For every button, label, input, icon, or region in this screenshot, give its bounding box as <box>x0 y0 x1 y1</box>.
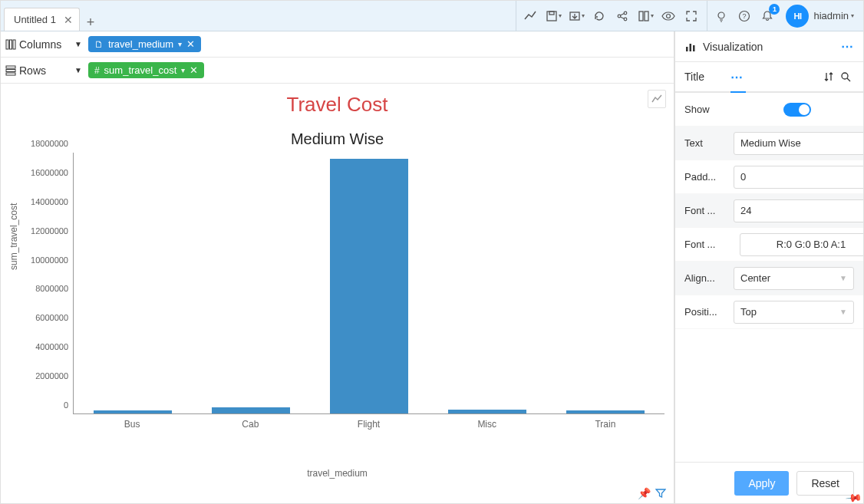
bar[interactable] <box>94 410 172 413</box>
bar[interactable] <box>566 410 645 413</box>
svg-rect-19 <box>690 44 692 51</box>
avatar[interactable]: HI <box>786 5 809 28</box>
chevron-down-icon: ▼ <box>839 274 847 282</box>
svg-rect-14 <box>13 40 15 49</box>
x-axis-label: travel_medium <box>1 468 674 479</box>
columns-shelf[interactable]: Columns ▼ 🗋 travel_medium ▾ ✕ <box>1 31 674 58</box>
columns-label: Columns <box>19 38 61 51</box>
svg-point-3 <box>618 15 622 18</box>
svg-rect-15 <box>6 66 15 68</box>
show-toggle[interactable] <box>783 103 811 117</box>
svg-point-21 <box>842 73 848 79</box>
y-tick: 10000000 <box>31 255 68 265</box>
user-menu[interactable]: hiadmin▾ <box>813 10 854 21</box>
x-tick: Misc <box>428 419 546 430</box>
chart-subtitle: Medium Wise <box>7 130 668 148</box>
y-tick: 6000000 <box>35 313 68 322</box>
chart-plot: sum_travel_cost 020000004000000600000080… <box>24 153 664 414</box>
svg-point-9 <box>718 12 724 18</box>
svg-rect-7 <box>645 12 648 21</box>
x-tick: Bus <box>73 419 191 430</box>
x-tick: Cab <box>191 419 309 430</box>
dimension-icon: 🗋 <box>94 39 104 50</box>
visualization-icon <box>684 41 697 53</box>
svg-rect-18 <box>686 47 688 51</box>
svg-text:?: ? <box>743 12 747 20</box>
rows-icon <box>5 65 16 76</box>
y-tick: 16000000 <box>31 168 68 177</box>
x-tick: Flight <box>309 419 427 430</box>
svg-rect-6 <box>639 12 643 21</box>
pill-remove-icon[interactable]: ✕ <box>186 38 195 50</box>
panel-more-icon[interactable]: ⋯ <box>841 39 854 54</box>
text-label: Text <box>684 137 727 149</box>
padding-input[interactable] <box>734 166 863 189</box>
bar[interactable] <box>330 159 408 413</box>
filter-icon[interactable] <box>655 488 666 499</box>
svg-point-5 <box>625 18 628 21</box>
svg-point-4 <box>625 12 628 15</box>
save-icon[interactable]: ▾ <box>542 5 564 27</box>
x-tick: Train <box>546 419 664 430</box>
apply-button[interactable]: Apply <box>734 471 789 496</box>
columns-caret-icon[interactable]: ▼ <box>74 40 82 48</box>
chart-title: Travel Cost <box>7 93 668 117</box>
fontcolor-label: Font ... <box>684 239 727 250</box>
document-tab[interactable]: Untitled 1 ✕ <box>4 8 80 31</box>
svg-rect-16 <box>6 69 15 71</box>
svg-rect-0 <box>547 12 556 21</box>
pill-caret-icon[interactable]: ▾ <box>178 40 182 48</box>
eye-icon[interactable] <box>658 5 679 27</box>
svg-point-8 <box>667 14 671 18</box>
align-select[interactable]: Center▼ <box>734 267 854 290</box>
position-select[interactable]: Top▼ <box>734 301 854 324</box>
pill-caret-icon[interactable]: ▾ <box>181 66 185 74</box>
measure-icon: # <box>94 65 100 76</box>
share-icon[interactable] <box>612 5 633 27</box>
pin-icon[interactable]: 📌 <box>638 487 651 499</box>
align-label: Align... <box>684 272 727 284</box>
fontsize-input[interactable] <box>734 199 863 222</box>
reset-button[interactable]: Reset <box>796 471 854 496</box>
svg-rect-1 <box>549 12 554 15</box>
close-tab-icon[interactable]: ✕ <box>64 15 73 25</box>
bell-badge: 1 <box>769 4 780 15</box>
lightbulb-icon[interactable] <box>711 5 732 27</box>
refresh-icon[interactable] <box>589 5 610 27</box>
export-icon[interactable]: ▾ <box>566 5 587 27</box>
y-tick: 18000000 <box>31 139 68 148</box>
text-input[interactable] <box>734 132 863 155</box>
help-icon[interactable]: ? <box>734 5 755 27</box>
svg-rect-17 <box>6 73 15 75</box>
show-label: Show <box>684 104 727 115</box>
bar[interactable] <box>212 407 290 413</box>
new-tab-button[interactable]: + <box>80 15 101 31</box>
layout-icon[interactable]: ▾ <box>635 5 656 27</box>
y-tick: 8000000 <box>35 284 68 293</box>
row-pill-sum-travel-cost[interactable]: # sum_travel_cost ▾ ✕ <box>88 62 204 78</box>
section-more-icon[interactable]: ⋯ <box>730 70 820 84</box>
y-tick: 0 <box>64 400 68 410</box>
padding-label: Padd... <box>684 171 727 183</box>
trend-toggle-icon[interactable] <box>648 90 666 108</box>
rows-shelf[interactable]: Rows ▼ # sum_travel_cost ▾ ✕ <box>1 58 674 84</box>
expand-icon[interactable] <box>681 5 702 27</box>
bell-icon[interactable]: 1 <box>757 5 778 27</box>
y-axis-label: sum_travel_cost <box>8 203 19 270</box>
bar[interactable] <box>448 410 526 413</box>
column-pill-travel-medium[interactable]: 🗋 travel_medium ▾ ✕ <box>88 36 201 52</box>
rows-label: Rows <box>19 64 46 77</box>
y-tick: 4000000 <box>35 342 68 351</box>
fontcolor-input[interactable] <box>740 233 863 256</box>
svg-rect-20 <box>693 45 695 51</box>
fontsize-label: Font ... <box>684 205 727 216</box>
sort-icon[interactable] <box>820 71 837 82</box>
search-icon[interactable] <box>837 71 854 82</box>
y-tick: 2000000 <box>35 371 68 380</box>
rows-caret-icon[interactable]: ▼ <box>74 66 82 74</box>
pill-remove-icon[interactable]: ✕ <box>190 64 198 76</box>
panel-title: Visualization <box>703 41 835 53</box>
section-title: Title <box>684 71 730 83</box>
position-label: Positi... <box>684 306 727 318</box>
line-chart-icon[interactable] <box>519 5 541 27</box>
